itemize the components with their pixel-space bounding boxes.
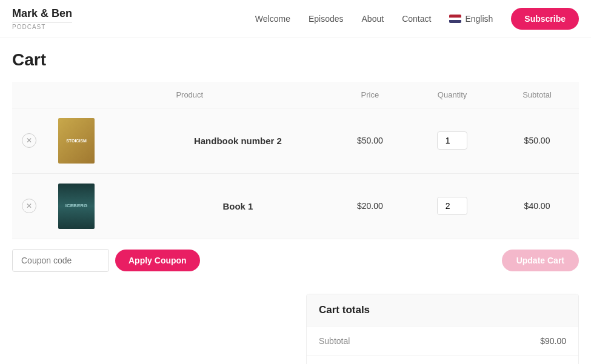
subtotal-value: $90.00 (540, 336, 566, 346)
quantity-input-2[interactable] (437, 197, 467, 215)
header: Mark & Ben Podcast Welcome Episodes Abou… (0, 0, 591, 38)
product-thumbnail-1: STOICISM (58, 118, 95, 164)
cart-table: Product Price Quantity Subtotal ✕ STOICI… (12, 82, 579, 239)
coupon-input[interactable] (12, 249, 109, 272)
product-name-2: Book 1 (222, 201, 253, 211)
col-subtotal: Subtotal (495, 82, 579, 108)
subtotal-label: Subtotal (319, 336, 350, 346)
product-name-1: Handbook number 2 (194, 136, 282, 146)
col-price: Price (331, 82, 410, 108)
product-subtotal-2: $40.00 (524, 201, 550, 211)
apply-coupon-button[interactable]: Apply Coupon (115, 250, 200, 271)
page-title: Cart (12, 50, 579, 70)
logo: Mark & Ben Podcast (12, 7, 72, 30)
cart-totals: Cart totals Subtotal $90.00 Total $90.00… (306, 294, 579, 364)
remove-item-1[interactable]: ✕ (22, 133, 36, 148)
flag-icon (449, 15, 461, 23)
subtotal-row: Subtotal $90.00 (307, 326, 578, 356)
coupon-row: Apply Coupon Update Cart (12, 239, 579, 282)
brand-sub: Podcast (12, 22, 72, 30)
col-quantity: Quantity (409, 82, 495, 108)
table-row: ✕ ICEBERG Book 1 $20.00 $40.00 (12, 173, 579, 239)
col-remove (12, 82, 48, 108)
nav-about[interactable]: About (362, 14, 384, 24)
page-content: Cart Product Price Quantity Subtotal ✕ S… (0, 38, 591, 364)
product-price-2: $20.00 (357, 201, 383, 211)
cart-totals-wrapper: Cart totals Subtotal $90.00 Total $90.00… (12, 294, 579, 364)
subscribe-button[interactable]: Subscribe (511, 8, 579, 30)
product-price-1: $50.00 (357, 136, 383, 145)
coupon-left: Apply Coupon (12, 249, 200, 272)
product-thumbnail-2: ICEBERG (58, 184, 95, 229)
update-cart-button[interactable]: Update Cart (502, 250, 579, 271)
nav-episodes[interactable]: Episodes (309, 14, 344, 24)
language-selector[interactable]: English (449, 14, 493, 24)
language-label: English (465, 14, 493, 24)
nav-contact[interactable]: Contact (402, 14, 431, 24)
product-subtotal-1: $50.00 (524, 136, 550, 145)
total-row: Total $90.00 (307, 356, 578, 364)
quantity-input-1[interactable] (437, 131, 467, 150)
main-nav: Welcome Episodes About Contact English S… (255, 8, 579, 30)
cart-totals-heading: Cart totals (307, 294, 578, 326)
remove-item-2[interactable]: ✕ (22, 199, 36, 213)
nav-welcome[interactable]: Welcome (255, 14, 290, 24)
brand-name: Mark & Ben (12, 7, 72, 21)
col-product: Product (48, 82, 331, 108)
table-row: ✕ STOICISM Handbook number 2 $50.00 $50.… (12, 108, 579, 173)
